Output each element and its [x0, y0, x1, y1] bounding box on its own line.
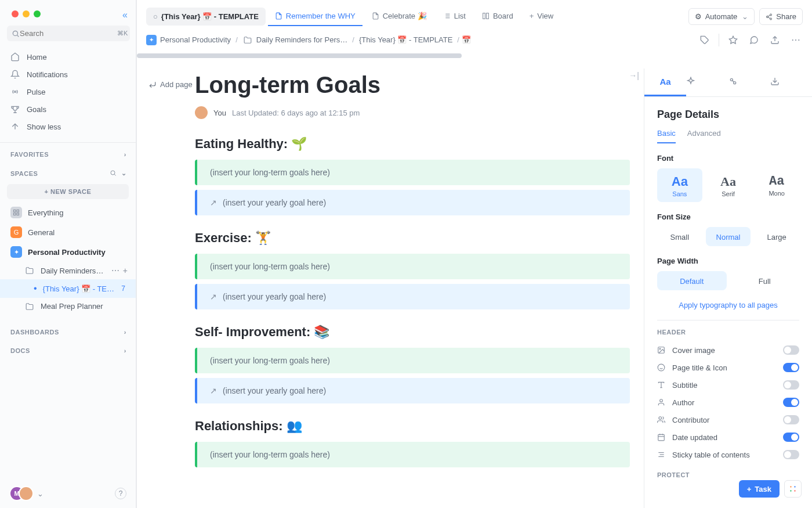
search-icon[interactable] — [110, 170, 117, 177]
page-title-toggle[interactable] — [783, 363, 799, 372]
tree-everything[interactable]: Everything — [0, 203, 136, 222]
crumb-folder[interactable]: Daily Reminders for Pers… — [242, 35, 348, 45]
tag-icon[interactable] — [698, 33, 712, 47]
width-full[interactable]: Full — [730, 271, 800, 290]
font-serif[interactable]: AaSerif — [706, 168, 751, 202]
relationships-tab[interactable] — [728, 69, 770, 96]
opt-label: Mono — [757, 190, 796, 197]
section-heading[interactable]: Eating Healthy: 🌱 — [195, 136, 630, 152]
collapse-right-icon[interactable]: →| — [629, 71, 639, 80]
avatar-stack[interactable]: M — [9, 486, 34, 501]
apply-all-pages-link[interactable]: Apply typography to all pages — [657, 301, 799, 309]
subtab-basic[interactable]: Basic — [657, 129, 676, 143]
docs-section[interactable]: DOCS › — [0, 339, 136, 358]
page-title[interactable]: Long-term Goals — [195, 72, 630, 98]
longterm-callout[interactable]: (insert your long-term goals here) — [195, 254, 630, 279]
search-input[interactable] — [20, 29, 117, 38]
yearly-callout[interactable]: ↗(insert your yearly goal here) — [195, 190, 630, 215]
nav-goals[interactable]: Goals — [0, 100, 136, 118]
svg-rect-39 — [658, 434, 665, 441]
crumb-space[interactable]: ✦ Personal Productivity — [146, 35, 231, 45]
new-space-button[interactable]: + NEW SPACE — [7, 184, 129, 199]
size-small[interactable]: Small — [657, 227, 702, 246]
more-icon[interactable]: ⋯ — [111, 266, 119, 275]
row-label: Date updated — [672, 433, 717, 442]
tree-meal-prep[interactable]: Meal Prep Planner — [0, 298, 136, 315]
new-task-button[interactable]: + Task — [739, 480, 780, 498]
sticky-toc-toggle[interactable] — [783, 450, 799, 459]
automate-button[interactable]: ⚙ Automate ⌄ — [688, 8, 755, 25]
apps-grid-button[interactable] — [784, 480, 802, 498]
plus-icon[interactable]: + — [123, 266, 128, 275]
favorites-section[interactable]: FAVORITES › — [0, 143, 136, 161]
share-button[interactable]: Share — [759, 8, 803, 25]
svg-rect-16 — [483, 13, 485, 19]
date-updated-toggle[interactable] — [783, 433, 799, 442]
yearly-callout[interactable]: ↗(insert your yearly goal here) — [195, 284, 630, 309]
longterm-callout[interactable]: (insert your long-term goals here) — [195, 348, 630, 373]
search-container[interactable]: ⌘K — [7, 26, 130, 41]
comment-icon[interactable] — [747, 33, 761, 47]
crumb-list[interactable]: {This Year} 📅 - TEMPLATE — [359, 35, 452, 44]
nav-home[interactable]: Home — [0, 48, 136, 66]
ai-tab[interactable] — [686, 69, 728, 96]
item-count: 7 — [121, 284, 125, 293]
size-large[interactable]: Large — [754, 227, 799, 246]
section-heading[interactable]: Exercise: 🏋️ — [195, 230, 630, 246]
size-normal[interactable]: Normal — [706, 227, 751, 246]
tree-daily-reminders[interactable]: Daily Reminders f… ⋯ + — [0, 262, 136, 279]
author-avatar[interactable] — [195, 106, 208, 119]
section-heading[interactable]: Self- Improvement: 📚 — [195, 325, 630, 340]
minimize-window-icon[interactable] — [23, 10, 30, 17]
export-tab[interactable] — [770, 69, 812, 96]
download-icon[interactable] — [768, 33, 782, 47]
typography-tab[interactable]: Aa — [644, 69, 686, 96]
longterm-callout[interactable]: (insert your long-term goals here) — [195, 442, 630, 467]
nav-pulse[interactable]: Pulse — [0, 83, 136, 100]
subtitle-toggle[interactable] — [783, 380, 799, 390]
width-default[interactable]: Default — [657, 271, 727, 290]
nav-show-less[interactable]: Show less — [0, 118, 136, 135]
tab-board[interactable]: Board — [475, 7, 520, 26]
size-options: Small Normal Large — [657, 227, 799, 246]
tab-add-view[interactable]: + View — [523, 7, 561, 26]
nav-notifications[interactable]: Notifications — [0, 66, 136, 83]
dashboards-section[interactable]: DASHBOARDS › — [0, 320, 136, 339]
chevron-down-icon[interactable]: ⌄ — [121, 170, 127, 177]
tab-list[interactable]: List — [436, 7, 473, 26]
chevron-down-icon[interactable]: ⌄ — [37, 489, 44, 498]
font-sans[interactable]: AaSans — [657, 168, 702, 202]
subtab-advanced[interactable]: Advanced — [687, 129, 721, 143]
close-window-icon[interactable] — [12, 10, 19, 17]
svg-line-5 — [114, 174, 115, 175]
yearly-callout[interactable]: ↗(insert your yearly goal here) — [195, 378, 630, 403]
tab-remember-why[interactable]: Remember the WHY — [268, 7, 362, 26]
subtitle-icon — [657, 381, 666, 389]
tree-general[interactable]: G General — [0, 222, 136, 242]
add-page-button[interactable]: Add page — [148, 80, 195, 89]
horizontal-scrollbar[interactable] — [137, 53, 803, 58]
space-icon: ✦ — [146, 35, 157, 45]
row-date-updated: Date updated — [657, 428, 799, 446]
tab-this-year[interactable]: ○ {This Year} 📅 - TEMPLATE — [146, 8, 266, 26]
collapse-sidebar-icon[interactable]: « — [122, 10, 128, 20]
font-mono[interactable]: AaMono — [754, 168, 799, 202]
svg-line-21 — [768, 17, 770, 18]
chevron-right-icon: › — [124, 329, 126, 336]
document-body[interactable]: Long-term Goals You Last Updated: 6 days… — [195, 69, 644, 508]
tree-personal-productivity[interactable]: ✦ Personal Productivity — [0, 242, 136, 262]
more-icon[interactable]: ⋯ — [789, 32, 803, 48]
star-icon[interactable] — [726, 33, 740, 47]
contributor-toggle[interactable] — [783, 415, 799, 424]
tab-celebrate[interactable]: Celebrate 🎉 — [365, 7, 434, 26]
longterm-callout[interactable]: (insert your long-term goals here) — [195, 160, 630, 185]
author-toggle[interactable] — [783, 398, 799, 407]
trophy-icon — [10, 105, 20, 114]
folder-icon — [242, 35, 253, 45]
section-heading[interactable]: Relationships: 👥 — [195, 419, 630, 434]
tree-this-year-template[interactable]: • {This Year} 📅 - TE… 7 — [0, 279, 136, 298]
users-icon — [657, 416, 666, 424]
cover-image-toggle[interactable] — [783, 345, 799, 355]
maximize-window-icon[interactable] — [34, 10, 41, 17]
help-icon[interactable]: ? — [115, 488, 126, 499]
